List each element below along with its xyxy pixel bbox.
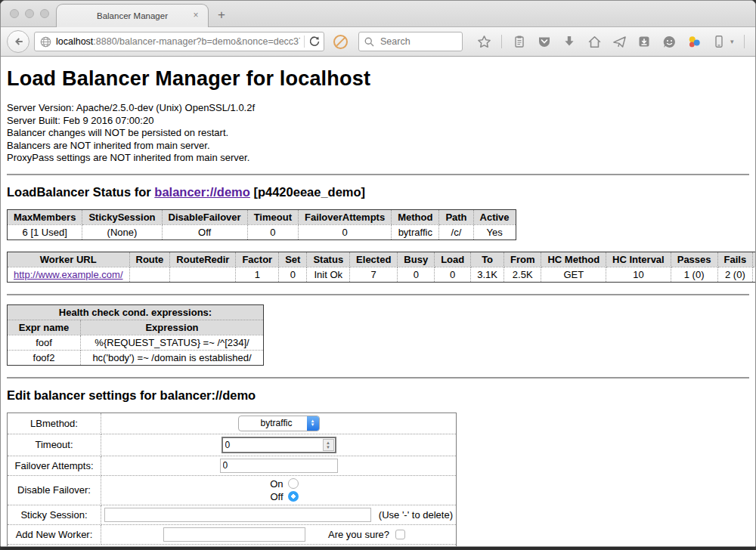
new-tab-button[interactable]: + [218,8,225,23]
page-title: Load Balancer Manager for localhost [7,67,749,91]
video-download-icon[interactable] [637,34,652,49]
section-divider [7,174,749,175]
server-version: Server Version: Apache/2.5.0-dev (Unix) … [7,102,749,115]
table-cell [129,267,170,282]
column-header: Status [307,252,350,267]
column-header: Expression [81,320,264,335]
expression-cell: hc('body') =~ /domain is established/ [81,350,264,365]
reading-list-icon[interactable] [512,34,527,49]
globe-icon [39,36,52,48]
chat-smiley-icon[interactable] [662,34,677,49]
table-cell [753,267,755,282]
table-cell: http://www.example.com/ [8,267,130,282]
notice-proxypass: ProxyPass settings are NOT inherited fro… [7,152,749,165]
table-cell: 0 [435,267,471,282]
table-cell: Yes [473,224,516,239]
tracking-blocked-icon[interactable] [333,35,348,49]
are-you-sure-checkbox[interactable] [395,530,405,539]
server-info: Server Version: Apache/2.5.0-dev (Unix) … [7,102,749,165]
are-you-sure-label: Are you sure? [328,529,389,540]
table-header-row: MaxMembers StickySession DisableFailover… [8,209,516,224]
column-header: MaxMembers [8,209,82,224]
radio-option-off[interactable]: Off [259,491,299,502]
worker-url-link[interactable]: http://www.example.com/ [14,269,123,280]
back-button[interactable] [7,30,29,53]
search-input[interactable] [379,36,457,48]
column-header: Load [435,252,471,267]
add-worker-input[interactable] [163,527,305,542]
send-plane-icon[interactable] [612,34,627,49]
status-heading-suffix: [p4420eeae_demo] [250,185,365,199]
table-cell: bytraffic [392,224,439,239]
off-label: Off [270,491,283,502]
tab-strip: Balancer Manager × + [1,1,755,27]
device-icon[interactable] [711,34,727,49]
disable-failover-on-radio[interactable] [288,478,299,489]
add-worker-label: Add New Worker: [8,524,101,544]
column-header: Route [129,252,170,267]
search-bar[interactable] [358,32,463,51]
column-header: Path [439,209,473,224]
column-header: From [503,252,541,267]
column-header: DisableFailover [162,209,247,224]
table-cell: Off [162,224,247,239]
lbmethod-select[interactable]: bytraffic ▲▼ [238,416,320,431]
color-picker-icon[interactable] [686,34,702,49]
status-heading-prefix: LoadBalancer Status for [7,185,154,199]
toolbar-divider [744,35,745,48]
zoom-window-button[interactable] [40,9,49,18]
home-icon[interactable] [587,34,602,49]
table-cell: Init Ok [307,267,350,282]
column-header: Timeout [247,209,298,224]
disable-failover-off-radio[interactable] [288,491,299,502]
table-cell: /c/ [439,224,473,239]
device-caret-icon[interactable]: ▾ [730,38,734,45]
table-row: foof2 hc('body') =~ /domain is establish… [8,350,264,365]
column-header: HC Method [541,252,606,267]
notice-balancers: Balancers are NOT inherited from main se… [7,140,749,153]
health-check-table: Health check cond. expressions: Expr nam… [7,304,264,366]
table-cell: (None) [82,224,162,239]
tab-balancer-manager[interactable]: Balancer Manager × [56,4,209,27]
failover-attempts-input[interactable] [220,459,338,473]
url-bar[interactable]: localhost:8880/balancer-manager?b=demo&n… [34,32,324,51]
pocket-icon[interactable] [537,34,552,49]
url-text: localhost:8880/balancer-manager?b=demo&n… [56,36,300,47]
section-divider [7,294,749,295]
table-cell: 0 [298,224,391,239]
edit-settings-heading: Edit balancer settings for balancer://de… [7,388,749,403]
window-controls [10,9,49,18]
reload-icon[interactable] [308,36,321,48]
lbmethod-selected-value: bytraffic [246,418,307,428]
column-header: RouteRedir [170,252,236,267]
download-icon[interactable] [562,34,577,49]
toolbar-divider [501,35,502,48]
balancer-demo-link[interactable]: balancer://demo [154,185,250,199]
table-title-row: Health check cond. expressions: [8,304,264,320]
sticky-session-hint: (Use '-' to delete) [379,509,453,521]
table-row: 6 [1 Used] (None) Off 0 0 bytraffic /c/ … [8,224,516,239]
minimize-window-button[interactable] [25,9,34,18]
bookmark-star-icon[interactable] [476,34,491,49]
column-header: Method [392,209,439,224]
column-header: HC Interval [606,252,671,267]
worker-table: Worker URL Route RouteRedir Factor Set S… [7,252,755,283]
close-window-button[interactable] [10,9,19,18]
disable-failover-label: Disable Failover: [8,475,101,505]
section-divider [7,377,749,379]
number-spinner-icon[interactable]: ▲▼ [323,439,334,451]
radio-option-on[interactable]: On [259,478,299,490]
table-cell: GET [541,267,606,282]
table-cell [170,267,236,282]
form-row-lbmethod: LBmethod: bytraffic ▲▼ [8,412,457,434]
url-domain: localhost [56,36,93,47]
balancer-settings-form: LBmethod: bytraffic ▲▼ Timeout: ▲▼ [7,412,457,547]
expression-cell: %{REQUEST_STATUS} =~ /^[234]/ [81,335,264,350]
table-header-row: Worker URL Route RouteRedir Factor Set S… [8,252,756,267]
sticky-session-input[interactable] [104,508,371,522]
column-header: HC uri [753,252,755,267]
tab-close-icon[interactable]: × [191,10,201,20]
timeout-input[interactable] [223,440,323,450]
form-row-submit: Submit [8,544,457,547]
notice-persist: Balancer changes will NOT be persisted o… [7,127,749,140]
